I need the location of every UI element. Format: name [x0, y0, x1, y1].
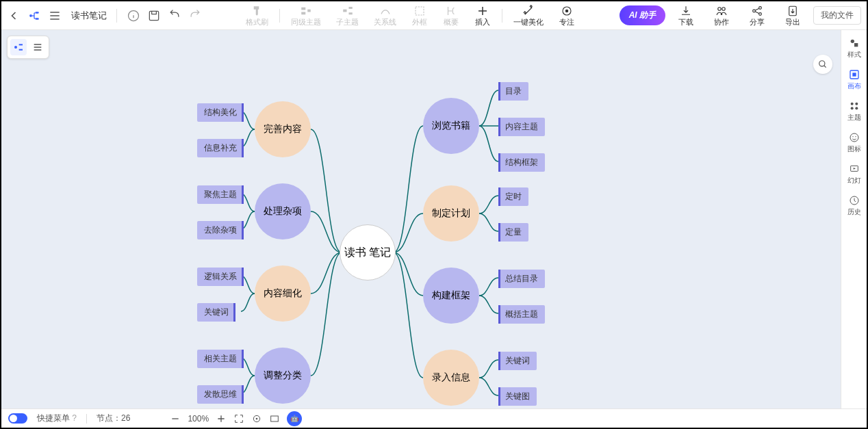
svg-point-34 [855, 136, 856, 137]
node-count: 节点：26 [97, 413, 130, 424]
svg-point-13 [565, 10, 569, 13]
save-icon[interactable] [147, 9, 161, 23]
collab-button[interactable]: 协作 [706, 3, 737, 27]
sidebar-history[interactable]: 历史 [843, 192, 866, 220]
undo-icon[interactable] [168, 9, 181, 23]
right-leaf-3-0[interactable]: 关键词 [498, 352, 537, 370]
left-leaf-3-0[interactable]: 相关主题 [197, 350, 244, 368]
download-button[interactable]: 下载 [671, 3, 701, 27]
svg-point-14 [718, 8, 722, 11]
sidebar-canvas[interactable]: 画布 [843, 66, 866, 94]
svg-rect-7 [308, 10, 311, 12]
right-leaf-0-1[interactable]: 内容主题 [498, 118, 545, 136]
svg-rect-2 [36, 18, 39, 20]
svg-point-24 [850, 40, 854, 43]
right-leaf-1-0[interactable]: 定时 [498, 187, 528, 206]
bot-icon[interactable]: 🤖 [287, 411, 302, 426]
back-icon[interactable] [7, 9, 21, 23]
left-leaf-2-1[interactable]: 关键词 [197, 303, 235, 322]
svg-point-32 [850, 133, 858, 142]
left-leaf-0-1[interactable]: 信息补充 [197, 139, 244, 157]
right-leaf-2-0[interactable]: 总结目录 [498, 270, 545, 288]
zoom-in-icon[interactable] [216, 413, 227, 424]
ai-assistant-button[interactable]: AI 助手 [620, 5, 665, 25]
svg-rect-9 [348, 7, 352, 9]
left-leaf-1-1[interactable]: 去除杂项 [197, 221, 244, 239]
right-branch-0[interactable]: 浏览书籍 [423, 98, 479, 154]
left-leaf-3-1[interactable]: 发散思维 [197, 385, 244, 404]
svg-point-38 [256, 417, 258, 419]
share-button[interactable]: 分享 [742, 3, 772, 27]
insert-button[interactable]: 插入 [468, 3, 498, 27]
left-leaf-2-0[interactable]: 逻辑关系 [197, 268, 244, 286]
svg-point-18 [759, 13, 762, 16]
redo-icon[interactable] [188, 9, 202, 23]
svg-rect-6 [302, 12, 306, 15]
svg-rect-27 [852, 73, 856, 76]
right-sidebar: 样式 画布 主题 图标 幻灯 历史 [841, 30, 867, 408]
main-toolbar: 读书笔记 格式刷 同级主题 子主题 关系线 外框 概要 插入 一键美化 专注 A… [1, 1, 867, 30]
sidebar-style[interactable]: 样式 [843, 34, 866, 63]
peer-topic-button[interactable]: 同级主题 [284, 3, 328, 27]
left-branch-0[interactable]: 完善内容 [255, 101, 311, 157]
my-files-button[interactable]: 我的文件 [813, 6, 861, 25]
zoom-out-icon[interactable] [170, 413, 181, 424]
svg-rect-8 [343, 10, 346, 12]
right-branch-1[interactable]: 制定计划 [423, 185, 479, 242]
right-branch-2[interactable]: 构建框架 [423, 268, 479, 324]
svg-rect-25 [854, 43, 858, 47]
svg-point-16 [753, 10, 756, 12]
svg-point-15 [722, 8, 726, 11]
right-branch-3[interactable]: 录入信息 [423, 350, 479, 406]
svg-point-17 [759, 7, 762, 10]
sub-topic-button[interactable]: 子主题 [329, 3, 366, 27]
mindmap-canvas[interactable]: 读书 笔记完善内容结构美化信息补充处理杂项聚焦主题去除杂项内容细化逻辑关系关键词… [1, 30, 841, 408]
svg-rect-5 [302, 8, 306, 10]
relation-button[interactable]: 关系线 [367, 3, 403, 27]
right-leaf-1-1[interactable]: 定量 [498, 223, 528, 242]
svg-point-33 [852, 136, 853, 137]
status-bar: 快捷菜单 ? 节点：26 100% 🤖 [1, 408, 867, 428]
svg-rect-10 [348, 12, 352, 14]
svg-rect-0 [29, 14, 31, 16]
format-brush-button[interactable]: 格式刷 [239, 3, 275, 27]
document-title[interactable]: 读书笔记 [71, 10, 107, 22]
quickmenu-toggle[interactable] [8, 413, 27, 424]
mindmap-mode-icon[interactable] [27, 9, 41, 23]
svg-rect-4 [149, 11, 158, 20]
right-leaf-0-0[interactable]: 目录 [498, 82, 528, 101]
svg-point-31 [855, 107, 858, 109]
summary-button[interactable]: 概要 [436, 3, 466, 27]
locate-icon[interactable] [251, 413, 262, 424]
right-leaf-3-1[interactable]: 关键图 [498, 387, 537, 406]
left-leaf-1-0[interactable]: 聚焦主题 [197, 185, 244, 204]
beautify-button[interactable]: 一键美化 [507, 3, 550, 27]
sidebar-slide[interactable]: 幻灯 [843, 160, 866, 189]
right-leaf-2-1[interactable]: 概括主题 [498, 305, 545, 324]
svg-rect-1 [36, 12, 39, 14]
svg-point-29 [855, 103, 858, 105]
minimap-icon[interactable] [269, 413, 280, 424]
outline-mode-icon[interactable] [48, 9, 62, 23]
info-icon[interactable] [127, 9, 140, 23]
sidebar-icon[interactable]: 图标 [843, 129, 866, 157]
svg-rect-39 [271, 416, 279, 421]
center-node[interactable]: 读书 笔记 [340, 224, 396, 281]
quickmenu-label: 快捷菜单 ? [37, 413, 77, 424]
export-button[interactable]: 导出 [778, 3, 808, 27]
zoom-level[interactable]: 100% [188, 414, 209, 424]
left-branch-1[interactable]: 处理杂项 [255, 183, 311, 239]
fit-screen-icon[interactable] [233, 413, 244, 424]
svg-rect-11 [416, 7, 424, 15]
left-branch-3[interactable]: 调整分类 [255, 348, 311, 404]
svg-point-28 [850, 103, 853, 105]
svg-point-30 [850, 107, 853, 109]
left-leaf-0-0[interactable]: 结构美化 [197, 103, 244, 122]
sidebar-theme[interactable]: 主题 [843, 97, 866, 126]
left-branch-2[interactable]: 内容细化 [255, 265, 311, 322]
frame-button[interactable]: 外框 [405, 3, 435, 27]
right-leaf-0-2[interactable]: 结构框架 [498, 153, 545, 172]
focus-button[interactable]: 专注 [552, 3, 582, 27]
